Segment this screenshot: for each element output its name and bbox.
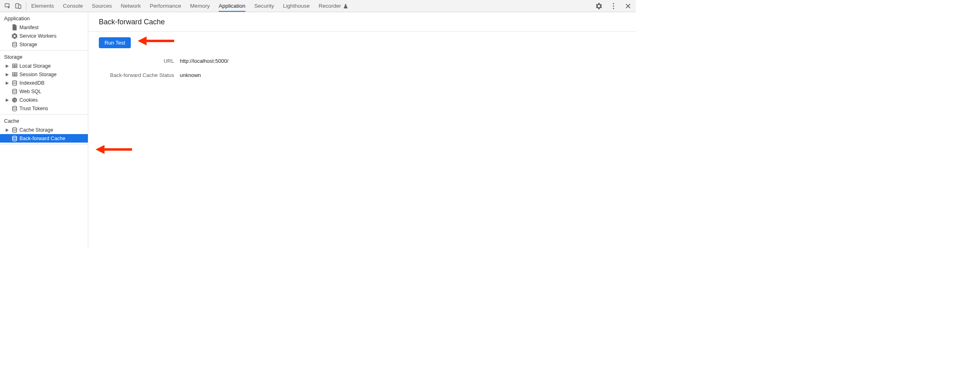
svg-point-18: [13, 136, 17, 138]
sidebar-item-local-storage[interactable]: ▶ Local Storage: [0, 62, 88, 70]
database-icon: [11, 80, 18, 86]
svg-point-15: [15, 100, 16, 101]
url-label: URL: [99, 58, 180, 64]
database-icon: [11, 42, 18, 47]
sidebar-item-trust-tokens[interactable]: Trust Tokens: [0, 104, 88, 113]
panel-tabs: Elements Console Sources Network Perform…: [31, 0, 348, 11]
bfcache-content: Run Test URL http://localhost:5000/ Back…: [88, 32, 636, 84]
expand-arrow-icon: ▶: [6, 98, 10, 102]
inspect-element-icon[interactable]: [2, 1, 13, 11]
tab-memory[interactable]: Memory: [190, 0, 210, 11]
sidebar-item-cookies[interactable]: ▶ Cookies: [0, 96, 88, 104]
sidebar-item-label: IndexedDB: [19, 80, 84, 86]
sidebar-item-label: Cache Storage: [19, 127, 84, 133]
file-icon: [11, 24, 18, 30]
run-test-button[interactable]: Run Test: [99, 37, 131, 48]
database-icon: [11, 127, 18, 133]
database-icon: [11, 106, 18, 111]
sidebar-item-label: Back-forward Cache: [19, 136, 84, 141]
tab-network[interactable]: Network: [121, 0, 141, 11]
svg-rect-2: [19, 5, 21, 9]
sidebar-item-websql[interactable]: Web SQL: [0, 87, 88, 96]
svg-point-11: [12, 98, 17, 102]
svg-point-3: [613, 3, 614, 4]
tab-performance[interactable]: Performance: [150, 0, 181, 11]
url-value: http://localhost:5000/: [180, 58, 625, 64]
gear-icon: [11, 33, 18, 39]
sidebar-item-label: Cookies: [19, 97, 84, 103]
sidebar-item-session-storage[interactable]: ▶ Session Storage: [0, 70, 88, 79]
sidebar-section-title-storage: Storage: [0, 51, 88, 62]
sidebar-item-cache-storage[interactable]: ▶ Cache Storage: [0, 126, 88, 134]
svg-point-16: [13, 106, 17, 108]
cookie-icon: [11, 97, 18, 103]
database-icon: [11, 136, 18, 141]
svg-point-5: [613, 8, 614, 9]
sidebar-section-cache: Cache ▶ Cache Storage Back-forward Cache: [0, 115, 88, 145]
toolbar-right: [594, 1, 633, 11]
page-title: Back-forward Cache: [88, 12, 636, 31]
sidebar-item-label: Web SQL: [19, 89, 84, 94]
sidebar-item-label: Trust Tokens: [19, 106, 84, 111]
tab-console[interactable]: Console: [63, 0, 83, 11]
toolbar-divider: [26, 2, 26, 10]
table-icon: [11, 72, 18, 77]
sidebar-item-bfcache[interactable]: Back-forward Cache: [0, 134, 88, 143]
svg-point-9: [13, 81, 17, 82]
expand-arrow-icon: ▶: [6, 128, 10, 132]
sidebar-item-label: Session Storage: [19, 72, 84, 77]
main-panel: Back-forward Cache Run Test URL http://l…: [88, 12, 636, 249]
tab-security[interactable]: Security: [254, 0, 274, 11]
sidebar-item-manifest[interactable]: Manifest: [0, 23, 88, 32]
svg-point-14: [14, 100, 15, 101]
application-sidebar: Application Manifest Service Workers: [0, 12, 88, 249]
tab-application[interactable]: Application: [219, 0, 245, 11]
svg-point-12: [13, 99, 14, 100]
devtools-tabbar: Elements Console Sources Network Perform…: [0, 0, 636, 12]
sidebar-section-storage: Storage ▶ Local Storage ▶ Session Storag…: [0, 51, 88, 115]
svg-point-4: [613, 5, 614, 6]
gear-icon[interactable]: [594, 1, 604, 11]
tab-lighthouse[interactable]: Lighthouse: [283, 0, 310, 11]
tab-recorder-label: Recorder: [319, 3, 341, 9]
tab-sources[interactable]: Sources: [92, 0, 112, 11]
device-toolbar-icon[interactable]: [13, 1, 23, 11]
close-icon[interactable]: [623, 1, 633, 11]
sidebar-item-label: Local Storage: [19, 63, 84, 69]
svg-point-10: [13, 89, 17, 91]
sidebar-section-application: Application Manifest Service Workers: [0, 12, 88, 51]
status-label: Back-forward Cache Status: [99, 72, 180, 78]
sidebar-item-indexeddb[interactable]: ▶ IndexedDB: [0, 79, 88, 87]
database-icon: [11, 89, 18, 94]
svg-rect-0: [5, 4, 9, 7]
bfcache-details: URL http://localhost:5000/ Back-forward …: [99, 58, 625, 78]
sidebar-item-label: Service Workers: [19, 33, 84, 39]
sidebar-item-storage[interactable]: Storage: [0, 40, 88, 49]
table-icon: [11, 64, 18, 68]
sidebar-item-label: Manifest: [19, 25, 84, 30]
sidebar-section-title-cache: Cache: [0, 115, 88, 126]
svg-point-6: [13, 42, 17, 44]
kebab-menu-icon[interactable]: [608, 1, 619, 11]
expand-arrow-icon: ▶: [6, 72, 10, 77]
tab-recorder[interactable]: Recorder: [319, 0, 348, 11]
sidebar-section-title-application: Application: [0, 12, 88, 23]
sidebar-item-service-workers[interactable]: Service Workers: [0, 32, 88, 40]
sidebar-item-label: Storage: [19, 42, 84, 47]
expand-arrow-icon: ▶: [6, 81, 10, 85]
svg-point-13: [15, 99, 16, 100]
svg-point-17: [13, 128, 17, 129]
flask-icon: [343, 4, 348, 9]
status-value: unknown: [180, 72, 625, 78]
expand-arrow-icon: ▶: [6, 64, 10, 68]
tab-elements[interactable]: Elements: [31, 0, 54, 11]
